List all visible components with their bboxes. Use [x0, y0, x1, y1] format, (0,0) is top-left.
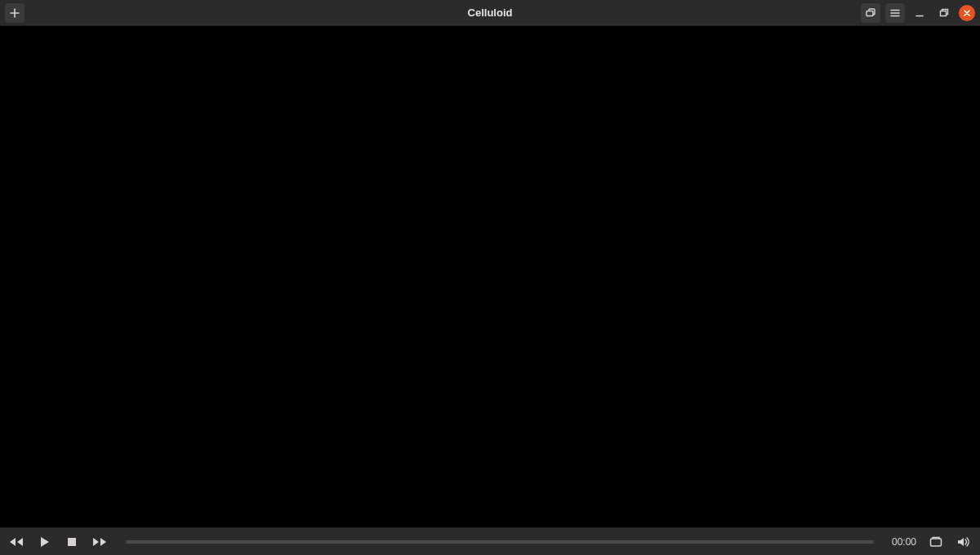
fast-forward-icon: [92, 536, 107, 548]
hamburger-icon: [889, 7, 901, 19]
svg-rect-0: [866, 11, 873, 16]
maximize-restore-icon: [938, 7, 950, 19]
add-button[interactable]: [5, 3, 24, 23]
seek-slider[interactable]: [126, 540, 874, 544]
svg-rect-2: [68, 538, 76, 546]
titlebar: Celluloid: [0, 0, 980, 26]
playlist-icon: [929, 536, 942, 548]
rewind-icon: [9, 536, 24, 548]
app-window: Celluloid: [0, 0, 980, 555]
play-icon: [38, 536, 50, 548]
play-button[interactable]: [36, 534, 52, 550]
maximize-button[interactable]: [934, 3, 954, 23]
app-title: Celluloid: [5, 7, 975, 19]
time-display: 00:00: [892, 536, 916, 548]
minimize-button[interactable]: [910, 3, 929, 23]
fullscreen-button[interactable]: [861, 3, 880, 23]
fullscreen-toggle-icon: [865, 7, 876, 19]
rewind-button[interactable]: [8, 534, 24, 550]
video-area[interactable]: [0, 26, 980, 527]
volume-button[interactable]: [956, 534, 972, 550]
close-icon: [963, 6, 971, 20]
svg-rect-3: [931, 539, 942, 546]
stop-icon: [67, 537, 77, 547]
stop-button[interactable]: [64, 534, 80, 550]
close-button[interactable]: [959, 5, 975, 21]
svg-rect-1: [941, 11, 947, 16]
playlist-button[interactable]: [928, 534, 944, 550]
control-bar: 00:00: [0, 527, 980, 555]
volume-icon: [957, 536, 970, 548]
menu-button[interactable]: [885, 3, 905, 23]
plus-icon: [9, 7, 20, 19]
forward-button[interactable]: [91, 534, 108, 550]
minimize-icon: [914, 7, 925, 19]
